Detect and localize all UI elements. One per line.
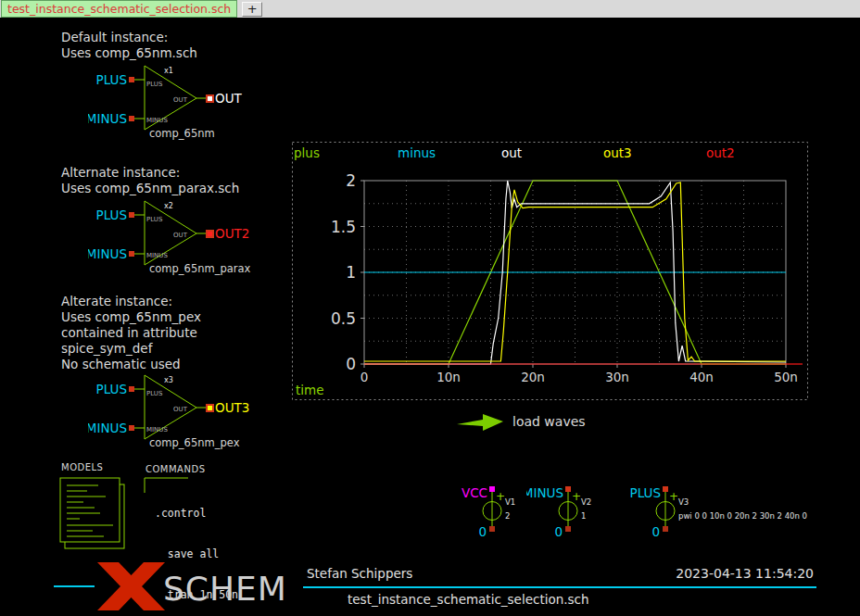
symbol-pin-plus: PLUS	[146, 81, 163, 88]
source-value: 1	[581, 511, 586, 521]
comparator-instance-x3[interactable]: PLUS MINUS OUT3 x3 PLUS MINUS OUT comp_6…	[88, 365, 292, 454]
comparator-instance-x1[interactable]: PLUS MINUS OUT x1 PLUS MINUS OUT comp_65…	[88, 56, 292, 145]
titleblock-line-main	[303, 586, 816, 588]
spice-command-line: .control	[155, 507, 444, 521]
symbol-pin-out: OUT	[173, 232, 188, 239]
pin-square	[663, 486, 668, 492]
voltage-source-plus[interactable]: + PLUS V3 pwi 0 0 10n 0 20n 2 30n 2 40n …	[624, 484, 855, 543]
note-pex-instance: Alterate instance: Uses comp_65nm_pex co…	[61, 294, 201, 372]
titleblock-datetime: 2023-04-13 11:54:20	[639, 566, 814, 581]
source-value: 2	[505, 511, 510, 521]
xschem-logo-text: SCHEM	[163, 570, 287, 608]
plus-sign: +	[572, 490, 581, 503]
source-value: pwi 0 0 10n 0 20n 2 30n 2 40n 0	[678, 511, 807, 521]
plus-sign: +	[669, 490, 678, 503]
note-line: spice_sym_def	[61, 341, 201, 357]
x-tick-label: 40n	[689, 370, 714, 384]
y-tick-label: 1.5	[331, 218, 356, 236]
y-tick-label: 1	[346, 263, 356, 282]
net-label-minus[interactable]: MINUS	[88, 111, 127, 126]
gnd-label[interactable]: 0	[478, 524, 487, 539]
pin-square	[129, 116, 134, 121]
pin-square	[129, 386, 134, 392]
x-axis-label: time	[296, 383, 324, 397]
symbol-pin-plus: PLUS	[146, 216, 163, 223]
instance-name: x3	[164, 376, 173, 384]
net-label-out[interactable]: OUT2	[215, 226, 249, 241]
titleblock-sheet-name: test_instance_schematic_selection.sch	[348, 592, 589, 607]
y-tick-label: 0.5	[331, 309, 356, 328]
pin-square	[663, 526, 668, 532]
net-label-minus[interactable]: MINUS	[88, 246, 127, 261]
pin-square	[489, 526, 495, 532]
legend-plus[interactable]: plus	[294, 145, 320, 160]
plus-sign: +	[496, 490, 505, 503]
titleblock-line-left	[54, 585, 95, 587]
symbol-pin-minus: MINUS	[146, 117, 168, 124]
pin-square	[129, 251, 134, 257]
comparator-instance-x2[interactable]: PLUS MINUS OUT2 x2 PLUS MINUS OUT comp_6…	[88, 191, 292, 280]
net-label-minus[interactable]: MINUS	[88, 421, 127, 435]
commands-label: COMMANDS	[145, 464, 205, 474]
x-tick-label: 20n	[521, 370, 545, 384]
pin-square	[129, 212, 134, 218]
arrow-right-icon	[456, 411, 504, 432]
new-tab-button[interactable]: +	[242, 2, 262, 17]
xschem-window: test_instance_schematic_selection.sch + …	[0, 0, 860, 616]
pin-square	[129, 77, 134, 82]
note-line: Default instance:	[61, 30, 197, 45]
pin-square	[565, 526, 571, 532]
legend-minus[interactable]: minus	[398, 145, 436, 160]
note-line: contained in attribute	[61, 325, 201, 341]
legend-out2[interactable]: out2	[706, 145, 735, 160]
net-label-plus[interactable]: PLUS	[96, 207, 127, 222]
pin-square	[489, 486, 495, 492]
spice-command-line: save all	[155, 547, 444, 561]
net-label-out[interactable]: OUT3	[215, 400, 249, 415]
gnd-label[interactable]: 0	[651, 524, 660, 539]
tab-current[interactable]: test_instance_schematic_selection.sch	[1, 0, 237, 18]
x-tick-label: 10n	[436, 370, 461, 384]
source-name: V2	[581, 497, 591, 507]
symbol-name: comp_65nm	[149, 127, 215, 140]
voltage-source-minus[interactable]: + MINUS V2 1 0	[526, 484, 628, 543]
net-label-minus[interactable]: MINUS	[526, 485, 563, 500]
gnd-label[interactable]: 0	[554, 524, 563, 539]
symbol-pin-minus: MINUS	[146, 426, 168, 434]
pin-square-out	[207, 231, 213, 237]
net-label-vcc[interactable]: VCC	[462, 485, 487, 500]
note-line: Uses comp_65nm_pex	[61, 309, 201, 325]
load-waves-launcher[interactable]: load waves	[456, 411, 586, 432]
symbol-pin-out: OUT	[173, 406, 188, 413]
xschem-logo-x-icon	[95, 562, 167, 610]
titleblock-author: Stefan Schippers	[307, 566, 412, 581]
symbol-name: comp_65nm_parax	[149, 262, 251, 275]
net-label-out[interactable]: OUT	[215, 91, 243, 106]
symbol-name: comp_65nm_pex	[149, 436, 240, 449]
x-tick-label: 50n	[774, 370, 798, 384]
y-tick-label: 0	[346, 355, 356, 373]
load-waves-label: load waves	[512, 414, 586, 429]
instance-name: x1	[164, 67, 173, 75]
symbol-pin-minus: MINUS	[146, 252, 168, 259]
instance-name: x2	[164, 202, 173, 210]
pin-square-out	[207, 405, 213, 411]
y-tick-label: 2	[346, 171, 356, 190]
x-tick-label: 0	[360, 370, 369, 384]
source-name: V3	[678, 497, 689, 507]
pin-square-out	[207, 95, 213, 102]
legend-out[interactable]: out	[501, 145, 522, 160]
legend-out3[interactable]: out3	[603, 145, 632, 160]
net-label-plus[interactable]: PLUS	[630, 485, 661, 500]
waveform-graph[interactable]: 010n20n30n40n50n21.510.50plusminusoutout…	[292, 142, 808, 400]
note-line: Alternate instance:	[61, 165, 239, 181]
net-label-plus[interactable]: PLUS	[96, 72, 127, 87]
source-name: V1	[505, 497, 515, 507]
symbol-pin-out: OUT	[173, 96, 188, 104]
symbol-pin-plus: PLUS	[146, 390, 163, 397]
net-label-plus[interactable]: PLUS	[96, 382, 127, 396]
pin-square	[129, 425, 134, 431]
tab-bar: test_instance_schematic_selection.sch +	[0, 0, 860, 18]
pin-square	[565, 486, 571, 492]
x-tick-label: 30n	[605, 370, 629, 384]
